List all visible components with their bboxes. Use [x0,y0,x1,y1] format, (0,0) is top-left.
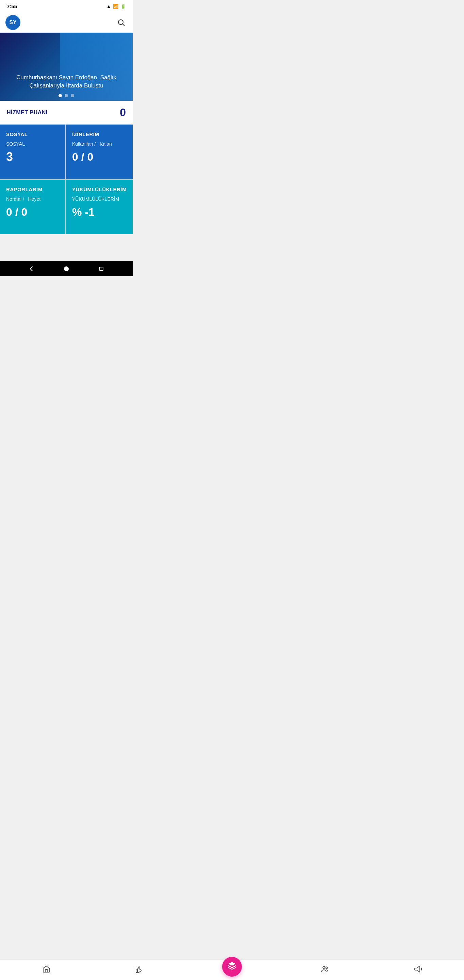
sosyal-value: 3 [6,151,59,163]
recent-button[interactable] [96,263,107,274]
signal-icon: 📶 [113,4,118,9]
status-bar: 7:55 ▲ 📶 🔋 [0,0,133,12]
battery-icon: 🔋 [121,4,126,9]
back-button[interactable] [26,263,37,274]
yukumluluklerim-title: YÜKÜMLÜLÜKLERİM [72,186,127,192]
dot-2[interactable] [65,94,68,97]
dot-1[interactable] [59,94,62,97]
izinlerim-title: İZİNLERİM [72,131,127,137]
hizmet-value: 0 [120,106,126,119]
sosyal-title: SOSYAL [6,131,59,137]
yukumluluklerim-subtitle: YÜKÜMLÜLÜKLERİM [72,196,127,202]
raporlarim-heyet: Heyet [28,196,41,202]
sosyal-card[interactable]: SOSYAL SOSYAL 3 [0,124,65,179]
raporlarim-fraction: 0 / 0 [6,206,59,218]
raporlarim-title: RAPORLARIM [6,186,59,192]
izinlerim-kullanilan: Kullanılan / [72,141,95,147]
hero-doctor-image [60,33,133,101]
hero-dots [59,94,74,97]
izinlerim-subtitle: Kullanılan / Kalan [72,141,127,147]
raporlarim-card[interactable]: RAPORLARIM Normal / Heyet 0 / 0 [0,180,65,234]
yukumluluklerim-value: % -1 [72,206,127,218]
hizmet-label: HİZMET PUANI [7,110,48,116]
raporlarim-normal: Normal / [6,196,24,202]
home-button[interactable] [61,263,72,274]
svg-line-1 [123,24,125,26]
dot-3[interactable] [71,94,74,97]
izinlerim-fraction: 0 / 0 [72,151,127,163]
sosyal-subtitle: SOSYAL [6,141,59,147]
raporlarim-subtitle: Normal / Heyet [6,196,59,202]
search-icon [117,18,125,27]
system-nav [0,261,133,276]
status-icons: ▲ 📶 🔋 [106,4,126,9]
hizmet-section: HİZMET PUANI 0 [0,101,133,124]
hero-text: Cumhurbaşkanı Sayın Erdoğan, Sağlık Çalı… [0,73,133,90]
top-bar: SY [0,12,133,33]
yukumluluklerim-card[interactable]: YÜKÜMLÜLÜKLERİM YÜKÜMLÜLÜKLERİM % -1 [66,180,133,234]
status-time: 7:55 [7,3,17,9]
avatar[interactable]: SY [5,15,21,30]
wifi-icon: ▲ [106,4,111,9]
search-button[interactable] [115,16,127,29]
izinlerim-kalan: Kalan [100,141,112,147]
izinlerim-card[interactable]: İZİNLERİM Kullanılan / Kalan 0 / 0 [66,124,133,179]
cards-grid: SOSYAL SOSYAL 3 İZİNLERİM Kullanılan / K… [0,124,133,234]
hero-banner: Cumhurbaşkanı Sayın Erdoğan, Sağlık Çalı… [0,33,133,101]
